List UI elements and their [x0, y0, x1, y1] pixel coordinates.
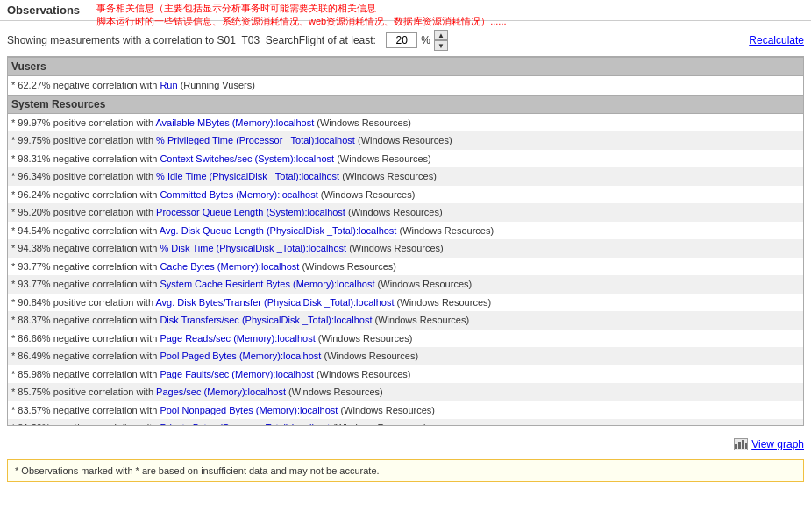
row-suffix: (Windows Resources) — [299, 261, 396, 272]
footer-note: * Observations marked with * are based o… — [7, 459, 804, 482]
row-suffix: (Windows Resources) — [334, 153, 431, 164]
row-link[interactable]: Avg. Disk Bytes/Transfer (PhysicalDisk _… — [155, 297, 394, 308]
percent-label: % — [421, 34, 430, 46]
row-link[interactable]: Avg. Disk Queue Length (PhysicalDisk _To… — [160, 225, 397, 236]
row-suffix: (Windows Resources) — [346, 243, 444, 253]
row-suffix: (Windows Resources) — [314, 117, 411, 128]
section-header-system-resources: System Resources — [8, 95, 803, 114]
graph-icon — [734, 438, 748, 450]
row-suffix: (Windows Resources) — [339, 171, 437, 181]
row-prefix: * 83.57% negative correlation with — [11, 405, 160, 415]
row-link[interactable]: Processor Queue Length (System):localhos… — [156, 207, 345, 217]
vusers-list: * 62.27% negative correlation with Run (… — [8, 76, 803, 95]
row-prefix: * 95.20% positive correlation with — [11, 207, 156, 217]
row-link[interactable]: Cache Bytes (Memory):localhost — [160, 261, 299, 272]
header: Observations 事务相关信息（主要包括显示分析事务时可能需要关联的相关… — [0, 0, 811, 21]
svg-rect-1 — [738, 442, 741, 449]
row-prefix: * 93.77% negative correlation with — [11, 261, 160, 272]
list-item: * 94.38% negative correlation with % Dis… — [8, 239, 803, 258]
row-link[interactable]: System Cache Resident Bytes (Memory):loc… — [160, 279, 374, 289]
row-suffix: (Running Vusers) — [178, 80, 255, 90]
row-suffix: (Windows Resources) — [345, 207, 443, 217]
row-link[interactable]: Disk Transfers/sec (PhysicalDisk _Total)… — [160, 315, 372, 325]
row-link[interactable]: Pool Paged Bytes (Memory):localhost — [160, 351, 321, 361]
row-prefix: * 86.49% negative correlation with — [11, 351, 160, 361]
row-prefix: * 62.27% negative correlation with — [11, 80, 160, 90]
list-item: * 85.75% positive correlation with Pages… — [8, 383, 803, 401]
row-suffix: (Windows Resources) — [286, 387, 383, 397]
row-suffix: (Windows Resources) — [316, 333, 413, 344]
row-prefix: * 85.98% negative correlation with — [11, 369, 160, 379]
list-item: * 85.98% negative correlation with Page … — [8, 365, 803, 384]
svg-rect-3 — [745, 443, 747, 449]
row-suffix: (Windows Resources) — [395, 297, 492, 308]
svg-rect-0 — [735, 444, 737, 449]
recalculate-link[interactable]: Recalculate — [749, 34, 804, 46]
row-prefix: * 86.66% negative correlation with — [11, 333, 160, 344]
row-prefix: * 90.84% positive correlation with — [11, 297, 155, 308]
row-suffix: (Windows Resources) — [372, 315, 469, 325]
view-graph-link[interactable]: View graph — [751, 438, 804, 450]
system-resources-list: * 99.97% positive correlation with Avail… — [8, 114, 803, 426]
list-item: * 90.84% positive correlation with Avg. … — [8, 294, 803, 312]
row-prefix: * 98.31% negative correlation with — [11, 153, 160, 164]
list-item: * 86.49% negative correlation with Pool … — [8, 347, 803, 365]
list-item: * 96.34% positive correlation with % Idl… — [8, 167, 803, 186]
row-link[interactable]: Page Faults/sec (Memory):localhost — [160, 369, 313, 379]
row-link[interactable]: Committed Bytes (Memory):localhost — [160, 189, 317, 200]
spin-buttons: ▲ ▼ — [434, 30, 448, 51]
row-prefix: * 85.75% positive correlation with — [11, 387, 156, 397]
scroll-outer: Vusers * 62.27% negative correlation wit… — [7, 56, 804, 426]
row-prefix: * 99.97% positive correlation with — [11, 117, 155, 128]
main-content: Vusers * 62.27% negative correlation wit… — [0, 56, 811, 433]
row-prefix: * 94.54% negative correlation with — [11, 225, 160, 236]
row-link[interactable]: Page Reads/sec (Memory):localhost — [160, 333, 315, 344]
list-item: * 93.77% negative correlation with Cache… — [8, 258, 803, 276]
list-item: * 83.57% negative correlation with Pool … — [8, 401, 803, 420]
row-suffix: (Windows Resources) — [330, 422, 427, 425]
list-item: * 98.31% negative correlation with Conte… — [8, 150, 803, 168]
row-link[interactable]: Available MBytes (Memory):localhost — [155, 117, 314, 128]
row-prefix: * 99.75% positive correlation with — [11, 135, 156, 145]
row-prefix: * 94.38% negative correlation with — [11, 243, 160, 253]
row-prefix: * 96.24% negative correlation with — [11, 189, 160, 200]
row-suffix: (Windows Resources) — [396, 225, 494, 236]
row-suffix: (Windows Resources) — [318, 189, 416, 200]
row-prefix: * 81.39% negative correlation with — [11, 422, 160, 425]
list-item: * 81.39% negative correlation with Priva… — [8, 419, 803, 425]
list-item: * 99.75% positive correlation with % Pri… — [8, 131, 803, 150]
row-prefix: * 96.34% positive correlation with — [11, 171, 156, 181]
list-item: * 86.66% negative correlation with Page … — [8, 330, 803, 348]
row-suffix: (Windows Resources) — [314, 369, 411, 379]
section-header-vusers: Vusers — [8, 57, 803, 76]
row-link[interactable]: Run — [160, 80, 177, 90]
row-suffix: (Windows Resources) — [321, 351, 418, 361]
list-item: * 93.77% negative correlation with Syste… — [8, 275, 803, 294]
row-link[interactable]: % Disk Time (PhysicalDisk _Total):localh… — [160, 243, 346, 253]
list-item: * 62.27% negative correlation with Run (… — [8, 76, 803, 95]
row-suffix: (Windows Resources) — [338, 405, 435, 415]
row-prefix: * 93.77% negative correlation with — [11, 279, 160, 289]
correlation-label: Showing measurements with a correlation … — [7, 34, 376, 46]
row-suffix: (Windows Resources) — [375, 279, 473, 289]
correlation-value-input[interactable] — [386, 32, 417, 48]
spin-up-button[interactable]: ▲ — [434, 30, 448, 40]
row-prefix: * 88.37% negative correlation with — [11, 315, 160, 325]
row-link[interactable]: Pool Nonpaged Bytes (Memory):localhost — [160, 405, 338, 415]
row-link[interactable]: % Privileged Time (Processor _Total):loc… — [156, 135, 355, 145]
view-graph-area: View graph — [0, 433, 811, 456]
page-title: Observations — [7, 4, 80, 17]
row-link[interactable]: Private Bytes (Process _Total):localhost — [160, 422, 330, 425]
scroll-inner[interactable]: Vusers * 62.27% negative correlation wit… — [8, 57, 803, 425]
list-item: * 88.37% negative correlation with Disk … — [8, 311, 803, 330]
row-link[interactable]: % Idle Time (PhysicalDisk _Total):localh… — [156, 171, 339, 181]
header-tooltip: 事务相关信息（主要包括显示分析事务时可能需要关联的相关信息， 脚本运行时的一些错… — [96, 2, 507, 28]
row-link[interactable]: Pages/sec (Memory):localhost — [156, 387, 286, 397]
row-suffix: (Windows Resources) — [355, 135, 452, 145]
svg-rect-2 — [742, 440, 744, 449]
spin-down-button[interactable]: ▼ — [434, 40, 448, 51]
list-item: * 99.97% positive correlation with Avail… — [8, 114, 803, 132]
list-item: * 95.20% positive correlation with Proce… — [8, 203, 803, 222]
row-link[interactable]: Context Switches/sec (System):localhost — [160, 153, 334, 164]
list-item: * 94.54% negative correlation with Avg. … — [8, 222, 803, 240]
